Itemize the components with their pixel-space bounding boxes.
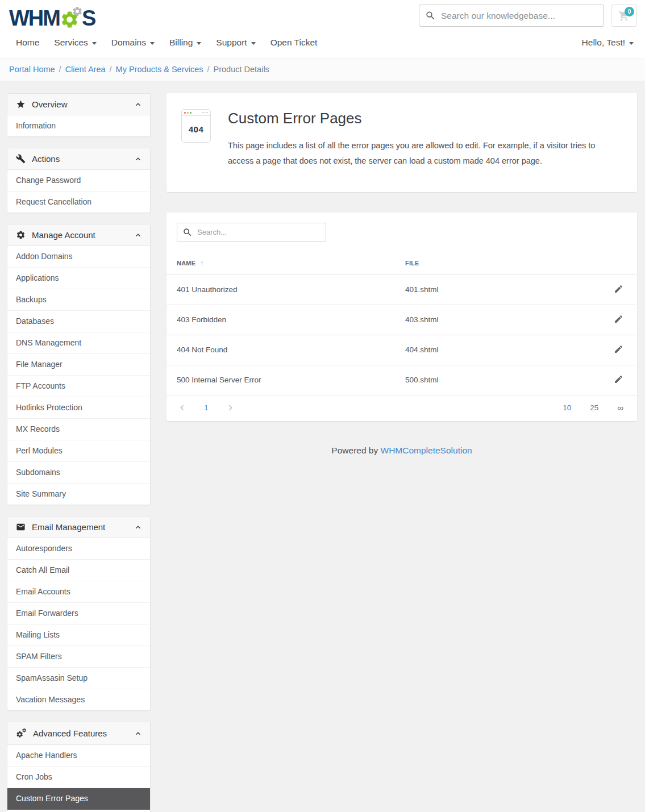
column-header-file[interactable]: FILE <box>405 250 602 275</box>
chevron-up-icon <box>134 729 143 738</box>
cart-count-badge: 0 <box>625 7 634 16</box>
whmcompletesolution-link[interactable]: WHMCompleteSolution <box>381 445 472 455</box>
nav-item-domains[interactable]: Domains <box>104 34 162 51</box>
sidebar-item-domain-pointers[interactable]: Domain Pointers <box>7 810 150 812</box>
knowledgebase-search-input[interactable] <box>441 11 598 21</box>
error-page-file: 404.shtml <box>405 335 602 365</box>
column-header-name[interactable]: NAME↑ <box>167 250 405 275</box>
sidebar-item-applications[interactable]: Applications <box>7 268 150 289</box>
edit-icon <box>614 284 623 294</box>
page-size-10[interactable]: 10 <box>563 403 571 412</box>
table-search-input[interactable] <box>197 228 321 236</box>
sidebar-item-information[interactable]: Information <box>7 115 150 136</box>
page-size-25[interactable]: 25 <box>590 403 598 412</box>
page-size-all[interactable]: ∞ <box>617 404 623 411</box>
wrench-icon <box>16 154 26 164</box>
logo-gear-icon <box>59 5 82 31</box>
previous-page-button[interactable] <box>177 402 188 413</box>
panel-email-management: Email Management Autoresponders Catch Al… <box>7 516 151 711</box>
table-row: 401 Unauthorized 401.shtml <box>167 274 637 305</box>
nav-item-support[interactable]: Support <box>209 34 263 51</box>
edit-button[interactable] <box>614 344 623 354</box>
sidebar-item-cron-jobs[interactable]: Cron Jobs <box>7 767 150 788</box>
sidebar-item-dns-management[interactable]: DNS Management <box>7 332 150 354</box>
knowledgebase-search <box>419 5 604 27</box>
sidebar-item-spamassasin-setup[interactable]: SpamAssasin Setup <box>7 668 150 689</box>
cart-button[interactable]: 0 <box>611 5 637 27</box>
panel-header-email-management[interactable]: Email Management <box>7 517 150 538</box>
sidebar-item-email-accounts[interactable]: Email Accounts <box>7 581 150 603</box>
nav-item-services[interactable]: Services <box>47 34 103 51</box>
sidebar-item-catch-all-email[interactable]: Catch All Email <box>7 560 150 581</box>
table-search <box>177 223 326 242</box>
caret-down-icon <box>150 42 155 45</box>
error-page-name: 401 Unauthorized <box>167 274 405 305</box>
envelope-icon <box>16 522 26 532</box>
panel-header-manage-account[interactable]: Manage Account <box>7 224 150 246</box>
error-page-file: 403.shtml <box>405 305 602 335</box>
sidebar-item-vacation-messages[interactable]: Vacation Messages <box>7 689 150 710</box>
edit-button[interactable] <box>614 374 623 384</box>
whmcs-logo[interactable]: WHM S <box>9 3 95 33</box>
sidebar-item-request-cancellation[interactable]: Request Cancellation <box>7 191 150 213</box>
sidebar-item-hotlinks-protection[interactable]: Hotlinks Protection <box>7 397 150 419</box>
sidebar-item-autoresponders[interactable]: Autoresponders <box>7 538 150 560</box>
table-row: 403 Forbidden 403.shtml <box>167 305 637 335</box>
error-page-icon: 404 <box>181 109 211 143</box>
nav-item-billing[interactable]: Billing <box>162 34 209 51</box>
panel-title: Advanced Features <box>33 728 134 738</box>
breadcrumb-client-area[interactable]: Client Area <box>65 65 106 74</box>
panel-header-actions[interactable]: Actions <box>7 148 150 170</box>
gear-icon <box>16 230 26 240</box>
sidebar-item-custom-error-pages[interactable]: Custom Error Pages <box>7 788 150 810</box>
breadcrumb-my-products[interactable]: My Products & Services <box>116 65 203 74</box>
breadcrumb-portal-home[interactable]: Portal Home <box>9 65 55 74</box>
page-header-card: 404 Custom Error Pages This page include… <box>167 93 637 192</box>
logo-text-suffix: S <box>82 3 95 33</box>
page-title: Custom Error Pages <box>228 110 620 127</box>
sidebar-item-mailing-lists[interactable]: Mailing Lists <box>7 624 150 646</box>
footer: Powered by WHMCompleteSolution <box>167 445 637 456</box>
page-number[interactable]: 1 <box>204 403 209 412</box>
chevron-up-icon <box>134 523 143 532</box>
sidebar-item-spam-filters[interactable]: SPAM Filters <box>7 646 150 668</box>
sidebar-item-site-summary[interactable]: Site Summary <box>7 484 150 505</box>
panel-header-advanced-features[interactable]: Advanced Features <box>7 722 150 745</box>
chevron-right-icon <box>225 402 236 413</box>
nav-item-home[interactable]: Home <box>9 34 47 51</box>
panel-manage-account: Manage Account Addon Domains Application… <box>7 224 151 505</box>
main-content: 404 Custom Error Pages This page include… <box>167 93 637 456</box>
panel-advanced-features: Advanced Features Apache Handlers Cron J… <box>7 722 151 812</box>
edit-button[interactable] <box>614 284 623 294</box>
account-menu[interactable]: Hello, Test! <box>582 38 636 48</box>
breadcrumb: Portal Home/Client Area/My Products & Se… <box>0 58 645 81</box>
sidebar-item-mx-records[interactable]: MX Records <box>7 419 150 440</box>
sidebar-item-databases[interactable]: Databases <box>7 311 150 332</box>
next-page-button[interactable] <box>225 402 236 413</box>
error-page-name: 404 Not Found <box>167 335 405 365</box>
search-icon <box>182 227 193 238</box>
sidebar-item-change-password[interactable]: Change Password <box>7 170 150 191</box>
powered-by-text: Powered by <box>331 445 378 455</box>
edit-button[interactable] <box>614 314 623 324</box>
error-pages-table-card: NAME↑ FILE 401 Unauthorized 401.shtml 40… <box>167 213 637 421</box>
sidebar-item-backups[interactable]: Backups <box>7 289 150 311</box>
error-pages-table: NAME↑ FILE 401 Unauthorized 401.shtml 40… <box>167 250 637 395</box>
panel-overview: Overview Information <box>7 93 151 137</box>
sidebar: Overview Information Actions Change Pass… <box>7 93 151 812</box>
sidebar-item-email-forwarders[interactable]: Email Forwarders <box>7 603 150 624</box>
error-page-file: 500.shtml <box>405 365 602 395</box>
sidebar-item-apache-handlers[interactable]: Apache Handlers <box>7 745 150 767</box>
sidebar-item-subdomains[interactable]: Subdomains <box>7 462 150 484</box>
sidebar-item-addon-domains[interactable]: Addon Domains <box>7 246 150 268</box>
table-row: 404 Not Found 404.shtml <box>167 335 637 365</box>
sidebar-item-perl-modules[interactable]: Perl Modules <box>7 440 150 462</box>
panel-title: Actions <box>32 154 134 164</box>
sidebar-item-ftp-accounts[interactable]: FTP Accounts <box>7 376 150 397</box>
page-description: This page includes a list of all the err… <box>228 138 620 169</box>
pagination: 1 10 25 ∞ <box>167 395 637 421</box>
panel-header-overview[interactable]: Overview <box>7 94 150 115</box>
error-page-name: 500 Internal Server Error <box>167 365 405 395</box>
sidebar-item-file-manager[interactable]: File Manager <box>7 354 150 376</box>
nav-item-open-ticket[interactable]: Open Ticket <box>263 34 325 51</box>
